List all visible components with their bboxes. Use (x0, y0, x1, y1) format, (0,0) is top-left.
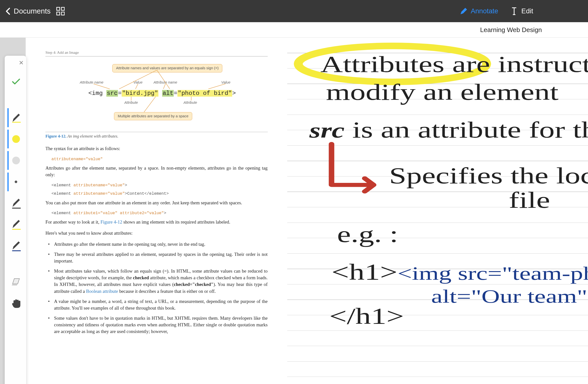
document-title: Learning Web Design (480, 26, 542, 34)
note-text: file (509, 188, 550, 213)
svg-rect-1 (61, 7, 64, 10)
list-item: Attributes go after the element name in … (48, 241, 268, 248)
code-block: <element attributename="value"> (52, 182, 268, 188)
eraser-tool[interactable] (7, 273, 24, 291)
top-toolbar: Documents Annotate Edit AA (0, 0, 588, 22)
back-label: Documents (14, 7, 51, 15)
svg-point-11 (12, 135, 20, 143)
diagram-tip-bottom: Multiple attributes are separated by a s… (114, 112, 192, 120)
figure-caption: Figure 4-12. An img element with attribu… (45, 132, 268, 139)
handwritten-notes[interactable]: Attributes are instructions that clarify… (287, 38, 588, 384)
note-text: <h1><img src="team-photo.png" (332, 260, 588, 285)
diagram-code: <img src="bird.jpg" alt="photo of bird"> (88, 89, 236, 97)
content-stage: ✕ Step 4: Add an Image Attribute names a… (0, 38, 588, 384)
note-text: src is an attribute for the img element (309, 117, 588, 142)
pencil-blue-tool[interactable] (7, 237, 24, 255)
highlighter-grey-tool[interactable] (7, 151, 24, 170)
diagram-label-value-2: Value (221, 80, 231, 85)
dot-tool[interactable] (7, 173, 24, 191)
paragraph: Here's what you need to know about attri… (45, 230, 268, 236)
note-text: alt="Our team"> (431, 286, 588, 307)
edit-mode-button[interactable]: Edit (510, 7, 533, 16)
diagram-label-attribute-2: Attribute (184, 100, 197, 105)
svg-rect-16 (12, 250, 21, 251)
list-item: A value might be a number, a word, a str… (48, 298, 268, 311)
note-text: Specifies the location (URL) of the imag… (389, 163, 588, 188)
figure-link[interactable]: Figure 4-12 (100, 219, 122, 225)
grid-view-icon[interactable] (56, 6, 65, 16)
highlighter-yellow-tool[interactable] (7, 130, 24, 148)
annotate-mode-button[interactable]: Annotate (460, 7, 498, 15)
boolean-link[interactable]: Boolean attribute (86, 288, 118, 294)
svg-rect-2 (57, 12, 60, 15)
list-item: Some values don't have to be in quotatio… (48, 315, 268, 335)
code-block: <element attributename="value">Content</… (52, 191, 268, 197)
palette-close-icon[interactable]: ✕ (19, 59, 24, 66)
bullet-list: Attributes go after the element name in … (48, 241, 268, 335)
paragraph: Attributes go after the element name, se… (45, 165, 268, 178)
arrow-icon (332, 144, 374, 191)
diagram-label-attribute-1: Attribute (124, 100, 138, 105)
document-page: Step 4: Add an Image Attribute names and… (26, 38, 588, 384)
running-head: Step 4: Add an Image (45, 50, 268, 57)
back-button[interactable]: Documents (5, 7, 51, 15)
pencil-yellow-tool[interactable] (7, 215, 24, 234)
tool-palette: ✕ (5, 56, 26, 384)
attribute-diagram: Attribute names and values are separated… (45, 64, 268, 127)
diagram-label-attrname-2: Attribute name (153, 80, 177, 85)
diagram-tip-top: Attribute names and values are separated… (112, 64, 222, 73)
note-text: e.g. : (337, 222, 398, 247)
annotate-label: Annotate (471, 7, 498, 15)
code-block: <element attribute1="value" attribute2="… (52, 210, 268, 216)
svg-point-12 (12, 156, 20, 164)
svg-rect-10 (12, 122, 21, 123)
note-text: Attributes are instructions that clarify… (320, 52, 588, 77)
svg-rect-14 (12, 208, 21, 208)
svg-rect-15 (12, 229, 21, 230)
list-item: There may be several attributes applied … (48, 251, 268, 264)
note-text: modify an element (326, 80, 559, 105)
note-text: </h1> (329, 304, 404, 329)
svg-rect-3 (61, 12, 64, 15)
svg-rect-0 (57, 7, 60, 10)
hand-tool[interactable] (7, 294, 24, 313)
list-item: Most attributes take values, which follo… (48, 268, 268, 294)
book-content: Step 4: Add an Image Attribute names and… (26, 38, 287, 384)
svg-point-13 (15, 181, 17, 183)
code-block: attributename="value" (52, 156, 268, 162)
diagram-label-attrname-1: Attribute name (80, 80, 103, 85)
pencil-black-tool[interactable] (7, 194, 24, 213)
paragraph: You can also put more than one attribute… (45, 199, 268, 206)
pen-tool[interactable] (7, 108, 24, 127)
confirm-tool[interactable] (7, 72, 24, 91)
document-title-bar: Learning Web Design ✕ (0, 22, 588, 38)
diagram-label-value-1: Value (133, 80, 142, 85)
edit-label: Edit (521, 7, 533, 15)
paragraph: For another way to look at it, Figure 4-… (45, 219, 268, 225)
paragraph: The syntax for an attribute is as follow… (45, 145, 268, 152)
